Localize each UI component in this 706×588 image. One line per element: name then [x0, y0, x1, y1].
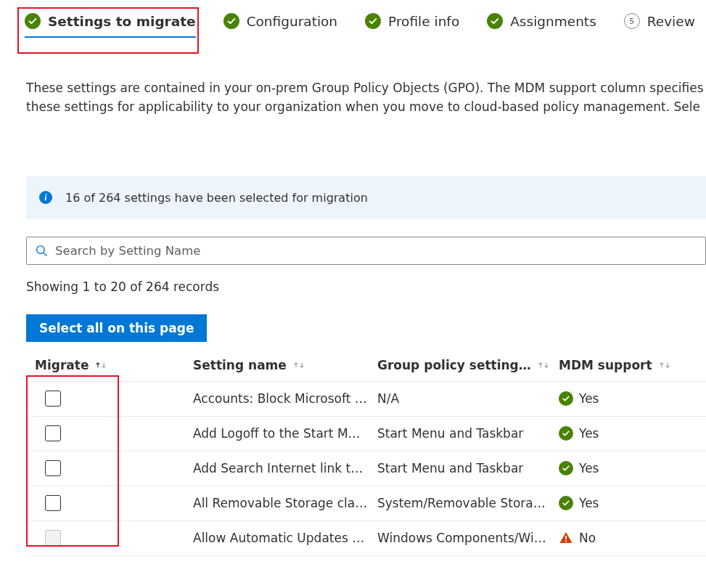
tab-settings-to-migrate[interactable]: Settings to migrate	[25, 13, 196, 38]
search-icon	[36, 245, 48, 257]
migrate-checkbox[interactable]	[45, 391, 61, 407]
setting-name-cell: Add Logoff to the Start M…	[193, 426, 377, 441]
table-header: Migrate Setting name Group policy settin…	[26, 349, 706, 382]
mdm-support-value: Yes	[579, 461, 599, 475]
table-body: Accounts: Block Microsoft …N/AYesAdd Log…	[26, 382, 706, 556]
svg-rect-2	[565, 536, 567, 539]
group-policy-cell: System/Removable Storag…	[377, 496, 559, 510]
migrate-checkbox	[45, 530, 61, 546]
success-check-icon	[559, 391, 573, 406]
select-all-button[interactable]: Select all on this page	[26, 314, 207, 342]
tab-assignments[interactable]: Assignments	[487, 13, 596, 38]
sort-icon	[658, 360, 671, 370]
col-header-label: Migrate	[35, 358, 89, 372]
tab-configuration[interactable]: Configuration	[223, 13, 337, 38]
mdm-support-value: Yes	[579, 496, 599, 510]
setting-name-cell: All Removable Storage cla…	[193, 496, 377, 510]
search-box[interactable]	[26, 237, 706, 265]
step-number-icon: 5	[624, 13, 640, 29]
table-row: All Removable Storage cla…System/Removab…	[26, 486, 706, 521]
sort-icon	[292, 360, 305, 370]
setting-name-cell: Accounts: Block Microsoft …	[193, 391, 377, 406]
setting-name-cell: Add Search Internet link t…	[193, 461, 377, 475]
col-header-mdm[interactable]: MDM support	[559, 358, 706, 372]
table-row: Add Logoff to the Start M…Start Menu and…	[26, 417, 706, 452]
success-check-icon	[559, 426, 573, 441]
warning-icon	[559, 531, 573, 545]
svg-rect-3	[565, 541, 567, 542]
setting-name-cell: Allow Automatic Updates …	[193, 531, 377, 545]
tab-label: Profile info	[388, 14, 459, 29]
description-text: These settings are contained in your on-…	[26, 78, 706, 117]
mdm-support-value: Yes	[579, 391, 599, 406]
info-text: 16 of 264 settings have been selected fo…	[65, 191, 368, 205]
settings-table: Migrate Setting name Group policy settin…	[26, 349, 706, 556]
group-policy-cell: Windows Components/Wi…	[377, 531, 559, 545]
check-icon	[365, 13, 381, 29]
migrate-checkbox[interactable]	[45, 460, 61, 476]
group-policy-cell: Start Menu and Taskbar	[377, 461, 559, 475]
migrate-checkbox[interactable]	[45, 425, 61, 441]
success-check-icon	[559, 461, 573, 475]
col-header-label: Setting name	[193, 358, 287, 372]
table-row: Add Search Internet link t…Start Menu an…	[26, 452, 706, 486]
tab-label: Settings to migrate	[48, 14, 196, 29]
search-input[interactable]	[55, 244, 697, 258]
col-header-group[interactable]: Group policy setting…	[377, 358, 559, 372]
wizard-tabs: Settings to migrateConfigurationProfile …	[0, 0, 706, 38]
record-count: Showing 1 to 20 of 264 records	[26, 279, 706, 294]
col-header-migrate[interactable]: Migrate	[26, 358, 193, 372]
sort-icon	[537, 360, 550, 370]
mdm-support-value: No	[579, 531, 596, 545]
tab-review[interactable]: 5Review	[624, 13, 695, 38]
group-policy-cell: N/A	[377, 391, 559, 406]
mdm-support-value: Yes	[579, 426, 599, 441]
svg-point-0	[37, 245, 45, 253]
info-bar: i 16 of 264 settings have been selected …	[26, 176, 706, 219]
col-header-setting[interactable]: Setting name	[193, 358, 377, 372]
info-icon: i	[39, 191, 52, 204]
tab-label: Review	[647, 14, 695, 29]
tab-label: Configuration	[247, 14, 337, 29]
col-header-label: Group policy setting…	[377, 358, 531, 372]
group-policy-cell: Start Menu and Taskbar	[377, 426, 559, 441]
check-icon	[487, 13, 503, 29]
svg-line-1	[44, 253, 46, 256]
table-row: Accounts: Block Microsoft …N/AYes	[26, 382, 706, 417]
col-header-label: MDM support	[559, 358, 652, 372]
tab-label: Assignments	[510, 14, 596, 29]
sort-icon	[94, 360, 107, 370]
tab-profile-info[interactable]: Profile info	[365, 13, 459, 38]
table-row: Allow Automatic Updates …Windows Compone…	[26, 521, 706, 556]
success-check-icon	[559, 496, 573, 510]
check-icon	[223, 13, 239, 29]
check-icon	[25, 13, 41, 29]
migrate-checkbox[interactable]	[45, 495, 61, 511]
